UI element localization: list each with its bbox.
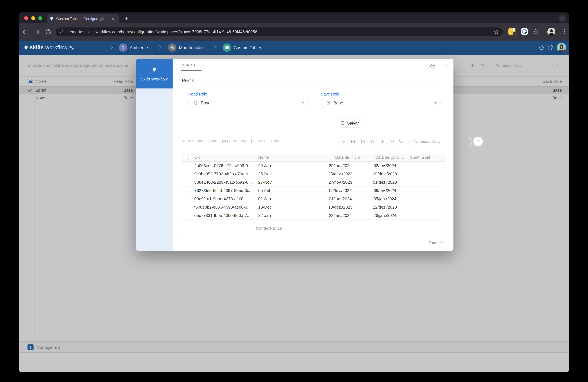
table-row[interactable]: 4b003eec-0276-472c-a693-0... 29-Jan 29/j…: [182, 161, 445, 170]
cell-nome[interactable]: 01-Jan: [255, 195, 318, 203]
breadcrumb-ambiente[interactable]: Ambiente: [119, 43, 148, 52]
table-row[interactable]: 76273fed-6c2d-4097-8bed-0c... 05-Feb 05/…: [182, 186, 445, 195]
modal-pie-chart-icon[interactable]: [430, 63, 435, 69]
add-button-plain[interactable]: [378, 137, 387, 146]
reload-icon[interactable]: [45, 28, 52, 36]
row-checkbox-cell[interactable]: [182, 178, 191, 186]
cell-oid[interactable]: 4b003eec-0276-472c-a693-0...: [191, 161, 255, 170]
save-rows-button[interactable]: [387, 137, 397, 146]
undo-button[interactable]: [396, 137, 405, 146]
table-row[interactable]: f600e0b2-e853-4398-ae88-3... 18-Dec 18/d…: [182, 203, 445, 211]
sprint-table-body: 4b003eec-0276-472c-a693-0... 29-Jan 29/j…: [182, 161, 445, 220]
cell-oid[interactable]: 76273fed-6c2d-4097-8bed-0c...: [191, 186, 255, 195]
cell-data-inicio[interactable]: 01/jan./2024: [318, 195, 363, 203]
modal-search-input[interactable]: [420, 139, 461, 144]
cell-nome[interactable]: 27-Nov: [255, 178, 318, 186]
cell-data-conclusao[interactable]: 22/dez./2023: [363, 203, 407, 211]
cell-data-inicio[interactable]: 29/jan./2024: [318, 161, 363, 170]
refresh-icon[interactable]: [539, 45, 545, 51]
row-checkbox-cell[interactable]: [182, 161, 191, 170]
window-close-button[interactable]: [24, 16, 28, 20]
password-manager-icon[interactable]: [521, 28, 528, 36]
bookmark-star-icon[interactable]: [493, 29, 499, 35]
cell-data-conclusao[interactable]: 26/jan./2024: [363, 211, 407, 220]
modal-more-options-kebab-icon[interactable]: [473, 137, 483, 146]
extensions-puzzle-icon[interactable]: [533, 29, 539, 35]
table-row[interactable]: 03e9f1a1-9bae-4273-a100-1... 01-Jan 01/j…: [182, 195, 445, 203]
cell-data-conclusao[interactable]: 05/jan./2024: [363, 195, 407, 203]
cell-nome[interactable]: 25-Dec: [255, 170, 318, 178]
browser-menu-kebab-icon[interactable]: [561, 28, 567, 36]
breadcrumb-manutencao[interactable]: Manutenção: [168, 43, 203, 52]
tab-sprint[interactable]: SPRINT: [182, 63, 196, 67]
cell-oid[interactable]: dac77331-fb9b-4060-9d0a-7...: [191, 211, 255, 220]
logo-text-secondary: workflow: [45, 44, 67, 51]
tab-close-icon[interactable]: [110, 16, 115, 21]
cell-oid[interactable]: 308e1463-2283-4512-b6a2-0...: [191, 178, 255, 186]
app-logo[interactable]: skills workflow: [23, 40, 74, 55]
url-text[interactable]: demo-test.skillsworkflow.com/home/config…: [67, 30, 257, 34]
cell-nome[interactable]: 22-Jan: [255, 211, 318, 220]
cell-sprint-goal[interactable]: [407, 211, 445, 220]
row-checkbox-cell[interactable]: [182, 195, 191, 203]
cell-oid[interactable]: 03e9f1a1-9bae-4273-a100-1...: [191, 195, 255, 203]
cell-nome[interactable]: 18-Dec: [255, 203, 318, 211]
modal-search-box[interactable]: [409, 137, 472, 146]
cell-data-inicio[interactable]: 27/nov./2023: [318, 178, 363, 186]
cell-oid[interactable]: f600e0b2-e853-4398-ae88-3...: [191, 203, 255, 211]
breadcrumb-custom-tables[interactable]: Custom Tables: [223, 43, 262, 52]
back-icon[interactable]: [22, 28, 29, 36]
cell-data-conclusao[interactable]: 09/fev./2024: [363, 186, 407, 195]
extension-icon[interactable]: 3: [508, 28, 515, 35]
cell-data-inicio[interactable]: 22/jan./2024: [318, 211, 363, 220]
site-settings-icon[interactable]: [59, 29, 64, 35]
browser-profile-avatar[interactable]: [547, 28, 555, 36]
cell-sprint-goal[interactable]: [407, 170, 445, 178]
remove-row-button[interactable]: [358, 137, 368, 146]
table-row[interactable]: 308e1463-2283-4512-b6a2-0... 27-Nov 27/n…: [182, 178, 445, 186]
cell-nome[interactable]: 29-Jan: [255, 161, 318, 170]
add-row-button[interactable]: [348, 137, 357, 146]
row-checkbox-cell[interactable]: [182, 170, 191, 178]
edit-button[interactable]: [338, 137, 348, 146]
header-divider: [182, 71, 444, 71]
cell-sprint-goal[interactable]: [407, 203, 445, 211]
tab-search-button[interactable]: [559, 15, 566, 22]
column-header-nome[interactable]: Nome: [255, 154, 318, 161]
cell-data-conclusao[interactable]: 02/fev./2024: [363, 161, 407, 170]
row-checkbox-cell[interactable]: [182, 186, 191, 195]
forward-icon[interactable]: [33, 28, 40, 36]
window-zoom-button[interactable]: [38, 16, 42, 20]
url-bar[interactable]: demo-test.skillsworkflow.com/home/config…: [56, 27, 503, 36]
column-header-sprint-goal[interactable]: Sprint Goal: [407, 154, 445, 161]
browser-tab[interactable]: Custom Tables | Configuração: [47, 14, 119, 23]
save-button-label: Salvar: [347, 121, 359, 125]
select-all-checkbox[interactable]: [184, 155, 189, 160]
filter-rows-button[interactable]: [368, 137, 377, 146]
column-header-data-inicio[interactable]: Data de Início: [318, 154, 363, 161]
cell-sprint-goal[interactable]: [407, 178, 445, 186]
cell-data-conclusao[interactable]: 01/dez./2023: [363, 178, 407, 186]
column-header-oid[interactable]: Oid: [191, 154, 255, 161]
new-tab-button[interactable]: +: [123, 15, 130, 23]
save-role-dropdown[interactable]: Base: [321, 98, 442, 108]
column-header-data-conclusao[interactable]: Data de Concl...: [363, 154, 407, 161]
cell-oid[interactable]: 9c3bd052-7702-4b2b-a79e-0...: [191, 170, 255, 178]
read-role-dropdown[interactable]: Base: [188, 98, 309, 108]
table-row[interactable]: dac77331-fb9b-4060-9d0a-7... 22-Jan 22/j…: [182, 211, 445, 220]
table-row[interactable]: 9c3bd052-7702-4b2b-a79e-0... 25-Dec 25/d…: [182, 170, 445, 178]
modal-close-icon[interactable]: [444, 63, 449, 69]
cell-data-inicio[interactable]: 25/dez./2023: [318, 170, 363, 178]
window-minimize-button[interactable]: [31, 16, 35, 20]
pie-chart-icon[interactable]: [547, 45, 553, 51]
cell-data-inicio[interactable]: 18/dez./2023: [318, 203, 363, 211]
cell-data-inicio[interactable]: 05/fev./2024: [318, 186, 363, 195]
cell-data-conclusao[interactable]: 29/dez./2023: [363, 170, 407, 178]
cell-sprint-goal[interactable]: [407, 195, 445, 203]
cell-sprint-goal[interactable]: [407, 186, 445, 195]
cell-sprint-goal[interactable]: [407, 161, 445, 170]
row-checkbox-cell[interactable]: [182, 203, 191, 211]
row-checkbox-cell[interactable]: [182, 211, 191, 220]
save-button[interactable]: Salvar: [336, 118, 364, 128]
cell-nome[interactable]: 05-Feb: [255, 186, 318, 195]
